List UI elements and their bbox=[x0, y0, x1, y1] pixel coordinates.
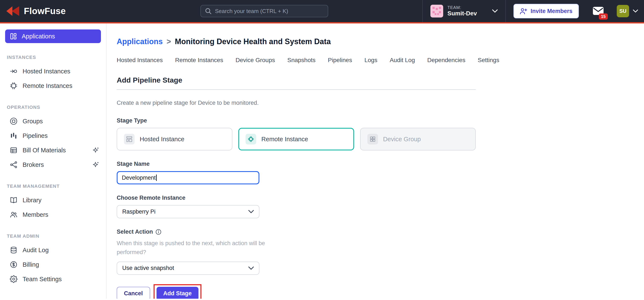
pipelines-icon bbox=[10, 132, 18, 139]
sidebar-item-team-settings[interactable]: Team Settings bbox=[0, 272, 106, 286]
brokers-icon bbox=[10, 161, 18, 169]
chevron-down-icon bbox=[633, 9, 638, 13]
app-root: FlowFuse bbox=[0, 0, 644, 300]
sidebar-section-operations: OPERATIONS bbox=[7, 105, 99, 110]
billing-icon bbox=[10, 261, 18, 268]
team-name: Sumit-Dev bbox=[448, 10, 477, 17]
breadcrumb: Applications > Monitoring Device Health … bbox=[117, 37, 644, 46]
sidebar-item-label: Pipelines bbox=[22, 132, 48, 139]
hosted-instance-icon bbox=[124, 134, 134, 144]
applications-icon bbox=[10, 33, 17, 40]
sidebar-item-billing[interactable]: Billing bbox=[0, 257, 106, 272]
sidebar-item-groups[interactable]: Groups bbox=[0, 114, 106, 128]
sidebar-item-applications[interactable]: Applications bbox=[5, 30, 101, 43]
chevron-down-icon bbox=[492, 9, 498, 13]
nav-center bbox=[106, 0, 422, 22]
tab-device-groups[interactable]: Device Groups bbox=[236, 57, 275, 64]
form-actions: Cancel Add Stage bbox=[117, 287, 476, 299]
stage-type-option-label: Device Group bbox=[383, 136, 421, 143]
form-description: Create a new pipeline stage for Device t… bbox=[117, 100, 476, 106]
remote-instance-value: Raspberry Pi bbox=[122, 208, 156, 215]
sidebar-item-label: Team Settings bbox=[22, 276, 62, 283]
application-tabs: Hosted Instances Remote Instances Device… bbox=[117, 57, 644, 64]
stage-name-field: Stage Name Development bbox=[117, 161, 476, 184]
stage-type-device-group: Device Group bbox=[360, 128, 476, 151]
team-avatar bbox=[430, 5, 443, 18]
tab-audit-log[interactable]: Audit Log bbox=[390, 57, 415, 64]
tab-remote-instances[interactable]: Remote Instances bbox=[175, 57, 223, 64]
sidebar-item-label: Remote Instances bbox=[22, 82, 72, 89]
sidebar-item-remote-instances[interactable]: Remote Instances bbox=[0, 79, 106, 93]
stage-name-input[interactable]: Development bbox=[117, 171, 260, 184]
sidebar-item-label: Groups bbox=[22, 118, 43, 125]
audit-log-icon bbox=[10, 246, 18, 254]
invite-members-button[interactable]: Invite Members bbox=[514, 4, 579, 18]
sidebar-item-bill-of-materials[interactable]: Bill Of Materials bbox=[0, 143, 106, 158]
action-select[interactable]: Use active snapshot bbox=[117, 262, 260, 275]
sidebar-item-label: Audit Log bbox=[22, 247, 49, 254]
bill-of-materials-icon bbox=[10, 146, 18, 154]
flowfuse-logo-icon[interactable] bbox=[6, 6, 20, 17]
sidebar: Applications INSTANCES Hosted Instances bbox=[0, 24, 106, 299]
stage-type-remote-instance[interactable]: Remote Instance bbox=[238, 128, 354, 151]
user-plus-icon bbox=[520, 8, 527, 14]
sidebar-item-label: Library bbox=[22, 197, 42, 204]
notifications-button[interactable]: 15 bbox=[592, 6, 604, 16]
gear-icon bbox=[10, 275, 18, 283]
tab-snapshots[interactable]: Snapshots bbox=[287, 57, 316, 64]
sidebar-item-library[interactable]: Library bbox=[0, 193, 106, 207]
chevron-down-icon bbox=[248, 210, 254, 213]
tab-logs[interactable]: Logs bbox=[364, 57, 377, 64]
tab-settings[interactable]: Settings bbox=[478, 57, 499, 64]
breadcrumb-applications-link[interactable]: Applications bbox=[117, 37, 163, 46]
remote-instance-label: Choose Remote Instance bbox=[117, 195, 476, 201]
select-action-field: Select Action When this stage is pushed … bbox=[117, 229, 476, 275]
user-menu[interactable]: SU bbox=[617, 5, 638, 17]
sidebar-item-audit-log[interactable]: Audit Log bbox=[0, 243, 106, 257]
chevron-down-icon bbox=[248, 266, 254, 270]
members-icon bbox=[10, 211, 18, 219]
search-input[interactable] bbox=[215, 8, 324, 15]
sidebar-item-brokers[interactable]: Brokers bbox=[0, 158, 106, 172]
select-action-help: When this stage is pushed to the next, w… bbox=[117, 239, 274, 257]
stage-type-option-label: Remote Instance bbox=[261, 136, 308, 143]
tab-dependencies[interactable]: Dependencies bbox=[427, 57, 465, 64]
sidebar-item-members[interactable]: Members bbox=[0, 207, 106, 222]
text-cursor bbox=[156, 175, 157, 181]
stage-type-hosted-instance[interactable]: Hosted Instance bbox=[117, 128, 232, 151]
form-title: Add Pipeline Stage bbox=[117, 76, 476, 84]
brand-area: FlowFuse bbox=[6, 0, 106, 22]
stage-name-label: Stage Name bbox=[117, 161, 476, 167]
tab-hosted-instances[interactable]: Hosted Instances bbox=[117, 57, 163, 64]
cancel-button[interactable]: Cancel bbox=[117, 287, 150, 299]
remote-instances-icon bbox=[10, 82, 18, 90]
team-search[interactable] bbox=[200, 5, 328, 17]
team-label: TEAM: bbox=[448, 5, 477, 10]
notification-badge: 15 bbox=[599, 14, 608, 20]
invite-members-label: Invite Members bbox=[530, 8, 572, 15]
stage-type-label: Stage Type bbox=[117, 117, 476, 124]
sidebar-item-label: Bill Of Materials bbox=[22, 147, 66, 154]
remote-instance-field: Choose Remote Instance Raspberry Pi bbox=[117, 195, 476, 218]
sidebar-item-label: Billing bbox=[22, 261, 39, 268]
action-value: Use active snapshot bbox=[122, 265, 174, 271]
sidebar-item-pipelines[interactable]: Pipelines bbox=[0, 128, 106, 143]
sidebar-item-label: Brokers bbox=[22, 161, 44, 168]
nav-right: TEAM: Sumit-Dev Invite Mem bbox=[422, 0, 644, 22]
tab-pipelines[interactable]: Pipelines bbox=[328, 57, 352, 64]
sparkle-icon bbox=[92, 161, 99, 168]
sidebar-item-label: Hosted Instances bbox=[22, 68, 70, 75]
info-icon[interactable] bbox=[156, 229, 162, 235]
remote-instance-select[interactable]: Raspberry Pi bbox=[117, 205, 260, 218]
main-content: Applications > Monitoring Device Health … bbox=[106, 24, 644, 299]
sidebar-item-label: Applications bbox=[22, 33, 55, 40]
brand-name: FlowFuse bbox=[24, 6, 66, 16]
sidebar-item-hosted-instances[interactable]: Hosted Instances bbox=[0, 64, 106, 79]
team-selector[interactable]: TEAM: Sumit-Dev bbox=[422, 0, 506, 22]
add-stage-button[interactable]: Add Stage bbox=[156, 287, 199, 299]
breadcrumb-separator: > bbox=[166, 37, 171, 46]
hosted-instances-icon bbox=[10, 67, 18, 75]
sidebar-item-label: Members bbox=[22, 211, 48, 218]
title-divider bbox=[117, 89, 476, 90]
stage-type-field: Stage Type Hosted Instance bbox=[117, 117, 476, 151]
